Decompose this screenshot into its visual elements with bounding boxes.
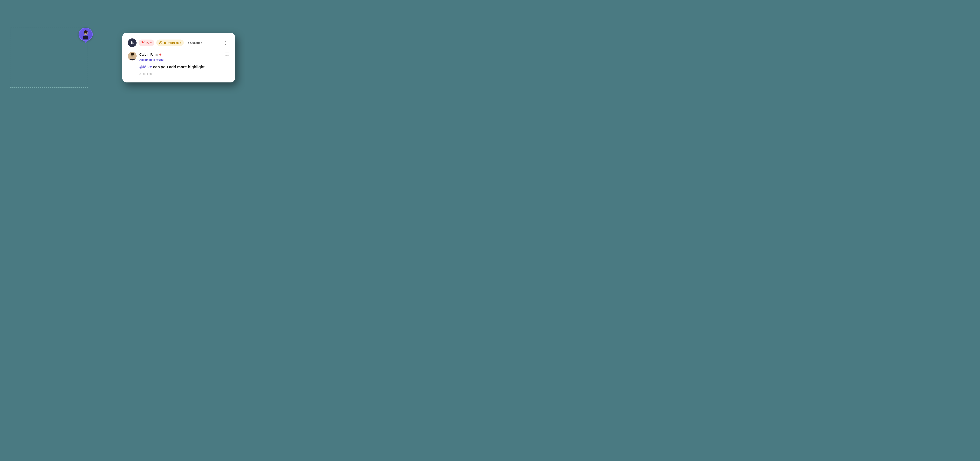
comment-content: Calvin F. 3h Assigned to @You (139, 52, 229, 75)
comment-avatar (128, 52, 137, 60)
svg-point-7 (132, 43, 133, 44)
comment-status-dot (159, 54, 161, 56)
svg-line-10 (161, 43, 161, 43)
flag-icon: 🚩 (141, 41, 145, 45)
priority-label: P0 (146, 41, 149, 45)
clock-icon (159, 41, 162, 45)
hash-icon: # (188, 41, 189, 45)
comment-message: @Mike can you add more highlight (139, 64, 229, 70)
comment-row: Calvin F. 3h Assigned to @You (128, 52, 229, 75)
dashed-selection-box (10, 28, 88, 87)
assigned-to-mention[interactable]: @You (156, 58, 164, 61)
more-options-icon: ⋮ (224, 40, 228, 45)
scene: 🚩 P0 ▾ In Progress ▾ # Question (0, 0, 245, 115)
comment-meta: Calvin F. 3h (139, 52, 229, 57)
category-tag[interactable]: # Question (186, 40, 204, 46)
status-label: In Progress (164, 41, 178, 45)
lock-button[interactable] (128, 38, 137, 47)
assigned-text: Assigned to @You (139, 58, 229, 61)
priority-tag[interactable]: 🚩 P0 ▾ (138, 40, 154, 46)
comment-time: 3h (154, 53, 158, 56)
comment-author: Calvin F. (139, 53, 153, 57)
message-mention[interactable]: @Mike (139, 65, 152, 69)
status-tag[interactable]: In Progress ▾ (156, 40, 184, 46)
message-rest: can you add more highlight (152, 65, 205, 69)
avatar-pin[interactable] (78, 28, 93, 43)
avatar-pin-circle (78, 28, 93, 41)
comment-avatar-svg (128, 52, 137, 60)
status-chevron-icon: ▾ (180, 41, 181, 44)
replies-link[interactable]: 2 Replies (139, 72, 229, 75)
monitor-icon[interactable] (225, 52, 229, 57)
category-label: Question (190, 41, 202, 45)
pin-tail (84, 41, 87, 43)
priority-chevron-icon: ▾ (150, 41, 151, 44)
lock-icon (130, 41, 134, 45)
comment-card: 🚩 P0 ▾ In Progress ▾ # Question (123, 33, 235, 83)
more-options-button[interactable]: ⋮ (222, 40, 229, 46)
card-header: 🚩 P0 ▾ In Progress ▾ # Question (128, 38, 229, 47)
svg-rect-17 (225, 53, 229, 56)
svg-point-13 (130, 53, 134, 55)
